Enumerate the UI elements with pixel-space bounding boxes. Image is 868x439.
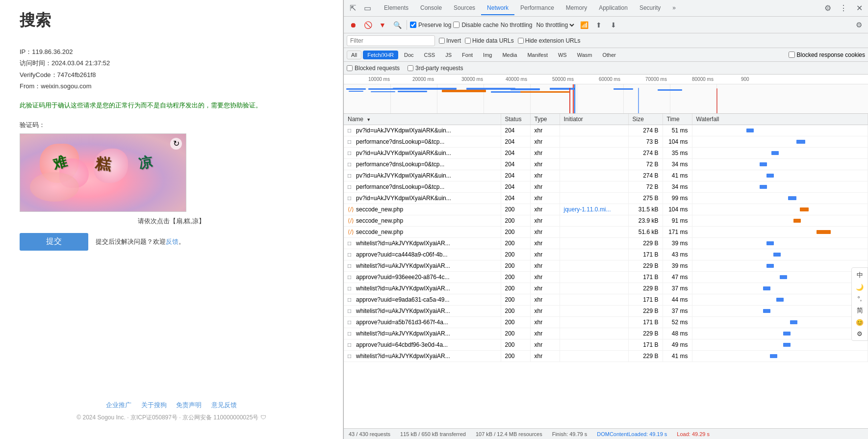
record-button[interactable]: ⏺ — [347, 19, 359, 31]
table-row[interactable]: □whitelist?id=uAkJVYKdpwIXyaiAR... 200 x… — [344, 260, 868, 272]
table-row[interactable]: □approve?uuid=936eee20-a876-4c... 200 xh… — [344, 272, 868, 283]
mobile-icon[interactable]: ▭ — [360, 1, 374, 15]
upload-icon[interactable]: ⬆ — [592, 19, 605, 31]
cell-size: 274 B — [628, 148, 663, 159]
table-row[interactable]: □approve?uuid=64cbdf96-3e0d-4a... 200 xh… — [344, 339, 868, 351]
table-row[interactable]: □approve?uuid=ca4448a9-c06f-4b... 200 xh… — [344, 249, 868, 260]
table-row[interactable]: □whitelist?id=uAkJVYKdpwIXyaiAR... 200 x… — [344, 328, 868, 339]
tab-network[interactable]: Network — [481, 1, 514, 15]
close-devtools-icon[interactable]: ✕ — [852, 1, 866, 15]
footer-link-promote[interactable]: 企业推广 — [106, 401, 131, 409]
tab-sources[interactable]: Sources — [448, 1, 481, 15]
network-settings-icon[interactable]: ⚙ — [852, 19, 865, 31]
tab-elements[interactable]: Elements — [378, 1, 414, 15]
preserve-log-checkbox[interactable] — [410, 22, 416, 28]
float-jian[interactable]: 简 — [857, 306, 863, 315]
table-row[interactable]: ⟨/⟩seccode_new.php 200 xhr jquery-1.11.0… — [344, 204, 868, 215]
type-btn-manifest[interactable]: Manifest — [523, 51, 552, 59]
captcha-refresh-button[interactable]: ↻ — [170, 138, 182, 150]
col-header-status[interactable]: Status — [501, 114, 530, 125]
feedback-link[interactable]: 反馈 — [166, 238, 179, 245]
float-smile[interactable]: 😊 — [856, 319, 864, 326]
tab-memory[interactable]: Memory — [560, 1, 593, 15]
blocked-cookies-checkbox[interactable] — [789, 52, 795, 58]
tab-console[interactable]: Console — [414, 1, 448, 15]
type-btn-media[interactable]: Media — [498, 51, 521, 59]
disable-cache-checkbox[interactable] — [453, 22, 460, 28]
type-btn-other[interactable]: Other — [598, 51, 620, 59]
tab-application[interactable]: Application — [593, 1, 634, 15]
type-btn-js[interactable]: JS — [441, 51, 456, 59]
hide-data-urls-label: Hide data URLs — [465, 37, 514, 44]
table-row[interactable]: □performance?dnsLookup=0&tcp... 204 xhr … — [344, 136, 868, 148]
footer-link-disclaimer[interactable]: 免责声明 — [176, 401, 202, 409]
table-row[interactable]: □pv?id=uAkJVYKdpwIXyaiARK&uin... 204 xhr… — [344, 193, 868, 204]
table-row[interactable]: □approve?uuid=e9ada631-ca5a-49... 200 xh… — [344, 294, 868, 306]
hide-ext-urls-checkbox[interactable] — [518, 38, 524, 44]
col-header-name[interactable]: Name ▼ — [344, 114, 501, 125]
settings-icon[interactable]: ⚙ — [821, 1, 835, 15]
cell-status: 200 — [501, 204, 530, 215]
throttling-select[interactable]: No throttling — [534, 21, 576, 29]
download-icon[interactable]: ⬇ — [607, 19, 620, 31]
submit-button[interactable]: 提交 — [20, 233, 88, 251]
third-party-requests-checkbox[interactable] — [408, 65, 413, 71]
waterfall-bar-container — [696, 352, 864, 360]
doc-icon: □ — [348, 319, 355, 326]
doc-icon: □ — [348, 274, 355, 281]
waterfall-bar-container — [696, 318, 864, 326]
table-row[interactable]: □approve?uuid=a5b761d3-667f-4a... 200 xh… — [344, 317, 868, 328]
table-row[interactable]: □whitelist?id=uAkJVYKdpwIXyaiAR... 200 x… — [344, 283, 868, 294]
filter-input[interactable] — [347, 35, 435, 46]
wifi-icon[interactable]: 📶 — [578, 19, 590, 31]
type-btn-css[interactable]: CSS — [420, 51, 440, 59]
cursor-icon[interactable]: ⇱ — [346, 1, 359, 15]
clear-button[interactable]: 🚫 — [361, 19, 374, 31]
type-btn-wasm[interactable]: Wasm — [573, 51, 597, 59]
type-btn-all[interactable]: All — [347, 51, 361, 59]
col-header-initiator[interactable]: Initiator — [560, 114, 628, 125]
captcha-char-3[interactable]: 凉 — [137, 153, 154, 176]
float-moon[interactable]: 🌙 — [856, 284, 864, 291]
table-row[interactable]: □performance?dnsLookup=0&tcp... 204 xhr … — [344, 159, 868, 170]
captcha-image: 难 糕 凉 — [20, 134, 186, 211]
float-gear[interactable]: ⚙ — [857, 330, 863, 337]
table-row[interactable]: □whitelist?id=uAkJVYKdpwIXyaiAR... 200 x… — [344, 351, 868, 362]
waterfall-overview[interactable]: 10000 ms 20000 ms 30000 ms 40000 ms 5000… — [344, 75, 868, 114]
filter-icon[interactable]: ▼ — [376, 19, 389, 31]
captcha-container[interactable]: 难 糕 凉 ↻ — [20, 133, 186, 212]
more-options-icon[interactable]: ⋮ — [837, 1, 850, 15]
footer-link-feedback[interactable]: 意见反馈 — [211, 401, 237, 409]
col-header-waterfall[interactable]: Waterfall — [692, 114, 868, 125]
float-zh[interactable]: 中 — [857, 271, 863, 280]
col-header-type[interactable]: Type — [530, 114, 560, 125]
type-btn-img[interactable]: Img — [479, 51, 496, 59]
col-header-time[interactable]: Time — [663, 114, 692, 125]
table-row[interactable]: □pv?id=uAkJVYKdpwIXyaiARK&uin... 204 xhr… — [344, 148, 868, 159]
table-row[interactable]: □pv?id=uAkJVYKdpwIXyaiARK&uin... 204 xhr… — [344, 170, 868, 181]
invert-checkbox[interactable] — [439, 38, 445, 44]
float-dot[interactable]: °, — [858, 295, 862, 302]
table-row[interactable]: ⟨/⟩seccode_new.php 200 xhr 51.6 kB 171 m… — [344, 227, 868, 238]
table-row[interactable]: □performance?dnsLookup=0&tcp... 204 xhr … — [344, 181, 868, 193]
tab-performance[interactable]: Performance — [514, 1, 560, 15]
tab-security[interactable]: Security — [634, 1, 666, 15]
col-header-size[interactable]: Size — [628, 114, 663, 125]
type-btn-doc[interactable]: Doc — [400, 51, 418, 59]
network-table-container[interactable]: Name ▼ Status Type Initiator Size Time W… — [344, 114, 868, 428]
search-button[interactable]: 🔍 — [391, 19, 404, 31]
type-btn-fetch-xhr[interactable]: Fetch/XHR — [363, 51, 398, 59]
table-row[interactable]: □whitelist?id=uAkJVYKdpwIXyaiAR... 200 x… — [344, 238, 868, 249]
blocked-requests-checkbox[interactable] — [347, 65, 353, 71]
captcha-char-2[interactable]: 糕 — [94, 153, 112, 176]
footer-link-about[interactable]: 关于搜狗 — [141, 401, 167, 409]
table-row[interactable]: ⟨/⟩seccode_new.php 200 xhr 23.9 kB 91 ms — [344, 215, 868, 227]
table-row[interactable]: □whitelist?id=uAkJVYKdpwIXyaiAR... 200 x… — [344, 306, 868, 317]
hide-data-urls-checkbox[interactable] — [465, 38, 471, 44]
table-row[interactable]: □pv?id=uAkJVYKdpwIXyaiARK&uin... 204 xhr… — [344, 125, 868, 136]
captcha-char-1[interactable]: 难 — [51, 152, 70, 177]
tab-more[interactable]: » — [666, 1, 682, 15]
type-btn-ws[interactable]: WS — [554, 51, 571, 59]
type-btn-font[interactable]: Font — [458, 51, 477, 59]
cell-type: xhr — [530, 272, 560, 283]
